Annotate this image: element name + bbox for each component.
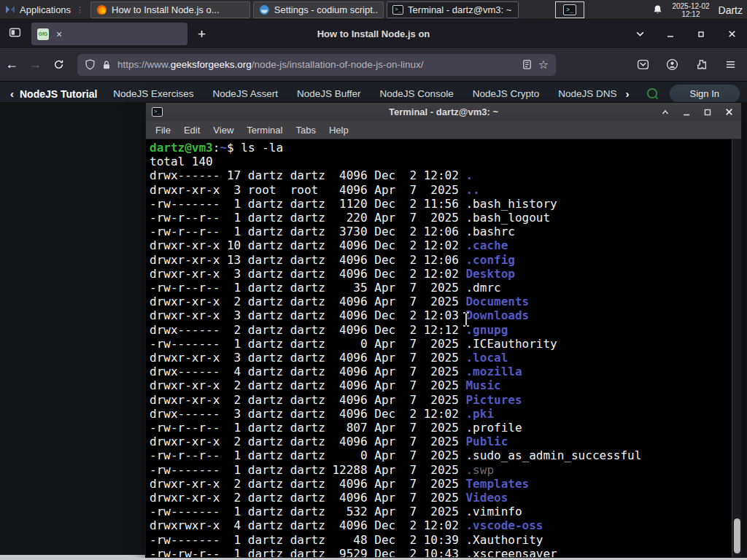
file-name: .local xyxy=(465,351,508,365)
file-meta: -rw-rw-r-- 1 dartz dartz 9529 Dec 2 10:4… xyxy=(150,547,465,557)
codium-icon xyxy=(259,4,270,15)
list-tabs-chevron-icon[interactable] xyxy=(624,20,655,48)
account-icon[interactable] xyxy=(661,54,683,76)
nav-item-nodejs-console[interactable]: NodeJS Console xyxy=(379,88,453,99)
terminal-line: -rw------- 1 dartz dartz 1120 Dec 2 11:5… xyxy=(150,197,729,211)
mouse-cursor-ibeam xyxy=(462,312,471,327)
taskbar-window-label: Terminal - dartz@vm3: ~ xyxy=(408,4,511,15)
file-name: .swp xyxy=(465,463,494,477)
terminal-line: drwx------ 3 dartz dartz 4096 Dec 2 12:0… xyxy=(150,407,729,421)
file-meta: -rw------- 1 dartz dartz 532 Apr 7 2025 xyxy=(150,505,465,518)
browser-tab-active[interactable]: GfG How to Install Node.js on × xyxy=(31,23,187,45)
terminal-icon: >_ xyxy=(152,107,163,117)
file-meta: drwxr-xr-x 3 root root 4096 Apr 7 2025 xyxy=(150,183,465,197)
nav-item-nodejs-buffer[interactable]: NodeJS Buffer xyxy=(297,88,361,99)
nav-scroll-right-icon[interactable]: › xyxy=(626,88,630,100)
terminal-titlebar[interactable]: >_ Terminal - dartz@vm3: ~ xyxy=(146,103,741,121)
terminal-total-line: total 140 xyxy=(150,155,729,168)
terminal-body[interactable]: dartz@vm3:~$ ls -la total 140 drwx------… xyxy=(146,139,741,557)
taskbar-window-codium[interactable]: Settings - codium script... xyxy=(253,1,384,18)
file-name: Templates xyxy=(465,477,529,491)
terminal-line: drwx------ 17 dartz dartz 4096 Dec 2 12:… xyxy=(150,168,729,182)
shield-icon[interactable] xyxy=(85,59,96,70)
back-button[interactable]: ← xyxy=(0,53,23,77)
terminal-menu-view[interactable]: View xyxy=(206,122,240,138)
maximize-icon[interactable] xyxy=(703,108,712,117)
file-name: .bash_logout xyxy=(465,211,550,225)
menu-hamburger-icon[interactable] xyxy=(719,54,741,76)
file-name: . xyxy=(465,168,473,182)
terminal-line: -rw------- 1 dartz dartz 12288 Apr 7 202… xyxy=(150,463,729,477)
file-name: Documents xyxy=(465,295,529,308)
file-meta: -rw-r--r-- 1 dartz dartz 35 Apr 7 2025 xyxy=(150,281,465,295)
nav-item-nodejs-dns[interactable]: NodeJS DNS xyxy=(558,88,616,99)
file-name: .pki xyxy=(465,407,494,421)
terminal-scrollbar[interactable] xyxy=(732,139,741,557)
file-meta: drwxr-xr-x 3 dartz dartz 4096 Dec 2 12:0… xyxy=(150,308,465,322)
file-meta: -rw-r--r-- 1 dartz dartz 3730 Dec 2 12:0… xyxy=(150,225,465,238)
file-name: .xscreensaver xyxy=(465,547,557,557)
terminal-window: >_ Terminal - dartz@vm3: ~ FileEditViewT… xyxy=(145,102,742,558)
lock-icon[interactable] xyxy=(101,60,112,70)
terminal-menu-file[interactable]: File xyxy=(149,122,177,138)
terminal-line: drwxr-xr-x 2 dartz dartz 4096 Apr 7 2025… xyxy=(150,378,729,392)
url-scheme: https://www. xyxy=(117,59,171,70)
maximize-button[interactable] xyxy=(686,20,716,48)
url-text[interactable]: https://www.geeksforgeeks.org/node-js/in… xyxy=(117,59,516,70)
nav-item-nodejs-assert[interactable]: NodeJS Assert xyxy=(213,88,278,99)
terminal-scrollbar-thumb[interactable] xyxy=(734,518,740,553)
file-meta: -rw------- 1 dartz dartz 1120 Dec 2 11:5… xyxy=(150,197,465,211)
terminal-line: drwx------ 2 dartz dartz 4096 Dec 2 12:1… xyxy=(150,323,729,337)
terminal-icon: >_ xyxy=(563,4,576,15)
taskbar-window-firefox[interactable]: How to Install Node.js o... xyxy=(90,1,250,18)
user-menu[interactable]: Dartz xyxy=(719,4,744,16)
tray-terminal-icon[interactable]: >_ xyxy=(555,1,584,18)
file-name: .mozilla xyxy=(465,365,522,378)
reader-view-icon[interactable] xyxy=(522,59,533,70)
file-name: Public xyxy=(465,435,508,448)
file-meta: -rw------- 1 dartz dartz 0 Apr 7 2025 xyxy=(150,337,465,351)
nav-scroll-left-icon[interactable]: ‹ xyxy=(10,88,14,100)
nav-item-nodejs-crypto[interactable]: NodeJS Crypto xyxy=(473,88,540,99)
terminal-line: -rw------- 1 dartz dartz 0 Apr 7 2025 .I… xyxy=(150,337,729,351)
clock[interactable]: 2025-12-02 12:12 xyxy=(672,2,709,18)
minimize-button[interactable] xyxy=(655,20,686,48)
terminal-prompt-line: dartz@vm3:~$ ls -la xyxy=(150,141,729,155)
file-name: Downloads xyxy=(465,308,529,322)
reload-button[interactable] xyxy=(47,53,70,77)
file-name: .viminfo xyxy=(465,505,522,518)
terminal-menu-edit[interactable]: Edit xyxy=(177,122,206,138)
file-meta: -rw-r--r-- 1 dartz dartz 220 Apr 7 2025 xyxy=(150,211,465,225)
pocket-icon[interactable] xyxy=(632,54,654,76)
terminal-line: drwxr-xr-x 3 dartz dartz 4096 Dec 2 12:0… xyxy=(150,267,729,281)
notification-bell-icon[interactable] xyxy=(652,4,663,15)
url-bar[interactable]: https://www.geeksforgeeks.org/node-js/in… xyxy=(77,54,556,76)
search-icon[interactable] xyxy=(646,87,659,101)
extensions-puzzle-icon[interactable] xyxy=(690,54,712,76)
taskbar-window-terminal[interactable]: >_ Terminal - dartz@vm3: ~ xyxy=(387,1,519,18)
close-button[interactable] xyxy=(716,20,747,48)
file-name: .bashrc xyxy=(465,225,514,238)
file-name: .sudo_as_admin_successful xyxy=(465,448,641,462)
close-icon[interactable] xyxy=(724,107,734,117)
terminal-line: drwxr-xr-x 3 dartz dartz 4096 Apr 7 2025… xyxy=(150,351,729,365)
file-meta: -rw------- 1 dartz dartz 12288 Apr 7 202… xyxy=(150,463,465,477)
panel-separator-icon: ⋮ xyxy=(76,5,83,15)
file-name: .profile xyxy=(465,421,522,435)
shade-chevron-up-icon[interactable] xyxy=(661,108,670,117)
forward-button[interactable]: → xyxy=(23,53,47,77)
terminal-menu-help[interactable]: Help xyxy=(322,122,355,138)
minimize-icon[interactable] xyxy=(682,108,691,117)
nav-item-nodejs-exercises[interactable]: NodeJS Exercises xyxy=(113,88,193,99)
nav-item-nodejs-tutorial[interactable]: NodeJS Tutorial xyxy=(20,88,97,100)
applications-menu-button[interactable]: Applications ⋮ xyxy=(0,0,89,19)
terminal-menu-terminal[interactable]: Terminal xyxy=(240,122,289,138)
window-controls xyxy=(624,20,747,48)
bookmark-star-icon[interactable]: ☆ xyxy=(538,58,549,71)
file-meta: drwxr-xr-x 2 dartz dartz 4096 Apr 7 2025 xyxy=(150,435,465,448)
file-meta: -rw-r--r-- 1 dartz dartz 0 Apr 7 2025 xyxy=(150,448,465,462)
sign-in-button[interactable]: Sign In xyxy=(670,85,740,103)
terminal-menu-tabs[interactable]: Tabs xyxy=(289,122,322,138)
file-meta: drwxr-xr-x 3 dartz dartz 4096 Dec 2 12:0… xyxy=(150,267,465,281)
file-name: .Xauthority xyxy=(465,533,543,547)
